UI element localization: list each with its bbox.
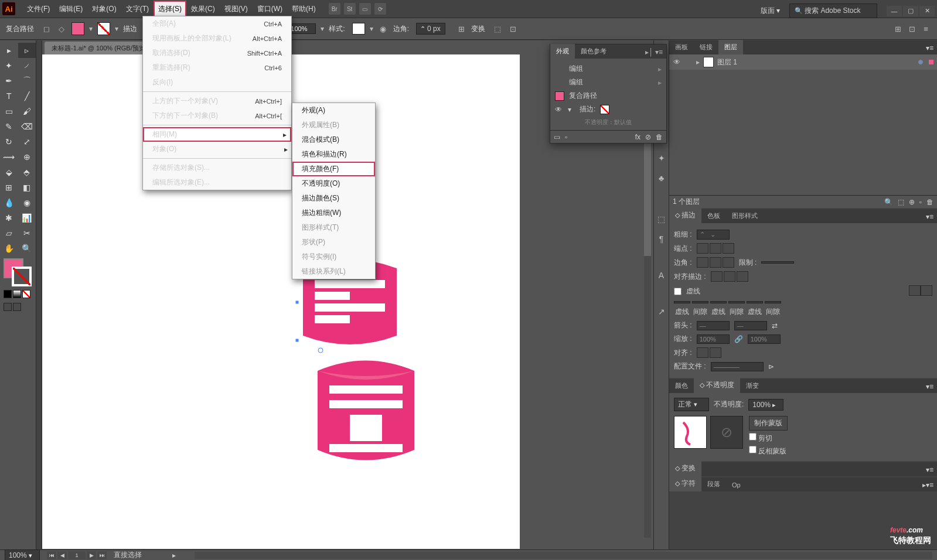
tab-swatches[interactable]: 色板 xyxy=(701,209,726,223)
scale-tool[interactable]: ⤢ xyxy=(18,134,36,149)
menu-object[interactable]: 对象(O) xyxy=(87,1,121,18)
symbol-sprayer-tool[interactable]: ✱ xyxy=(0,210,18,226)
menu-select-all-artboard[interactable]: 现用画板上的全部对象(L)Alt+Ctrl+A xyxy=(143,31,291,46)
pen-tool[interactable]: ✒ xyxy=(0,73,18,88)
layer-target-icon[interactable] xyxy=(918,60,923,64)
line-tool[interactable]: ╱ xyxy=(18,88,36,104)
minimize-button[interactable]: — xyxy=(887,6,902,16)
width-tool[interactable]: ⟿ xyxy=(0,149,18,165)
join-round-icon[interactable] xyxy=(710,257,721,268)
tab-artboards[interactable]: 画板 xyxy=(669,40,694,54)
gradient-mode-icon[interactable] xyxy=(13,290,21,298)
arrow-align2-icon[interactable] xyxy=(710,347,721,358)
gap3-input[interactable] xyxy=(765,301,781,303)
menu-select[interactable]: 选择(S) xyxy=(154,1,186,18)
gap2-input[interactable] xyxy=(728,301,745,303)
menu-file[interactable]: 文件(F) xyxy=(22,1,54,18)
join-bevel-icon[interactable] xyxy=(723,257,734,268)
dash3-input[interactable] xyxy=(747,301,763,303)
layer-name[interactable]: 图层 1 xyxy=(717,57,737,67)
perspective-tool[interactable]: ⬘ xyxy=(18,165,36,180)
slice-tool[interactable]: ✂ xyxy=(18,226,36,241)
tab-transform[interactable]: ◇ 变换 xyxy=(669,460,701,476)
first-artboard-button[interactable]: ⏮ xyxy=(47,551,56,559)
menu-next-above[interactable]: 上方的下一个对象(V)Alt+Ctrl+] xyxy=(143,94,291,108)
join-miter-icon[interactable] xyxy=(697,257,708,268)
menu-type[interactable]: 文字(T) xyxy=(121,1,154,18)
dash1-input[interactable] xyxy=(674,301,690,303)
cap-butt-icon[interactable] xyxy=(697,243,708,254)
selection-tool[interactable]: ▸ xyxy=(0,43,18,58)
cap-round-icon[interactable] xyxy=(710,243,721,254)
stroke-none-icon[interactable] xyxy=(600,105,609,114)
anchor-remove-icon[interactable]: ◇ xyxy=(56,23,67,34)
tab-stroke[interactable]: ◇ 描边 xyxy=(669,207,701,223)
fill-swatch[interactable] xyxy=(71,22,84,35)
fill-stroke-indicator[interactable] xyxy=(0,256,36,289)
cap-square-icon[interactable] xyxy=(723,243,734,254)
menu-edit[interactable]: 编辑(E) xyxy=(54,1,87,18)
gradient-panel-icon[interactable]: ♣ xyxy=(656,173,667,183)
gpu-icon[interactable]: ⟳ xyxy=(374,3,386,15)
swap-arrows-icon[interactable]: ⇄ xyxy=(772,322,778,330)
make-clip-icon[interactable]: ⬚ xyxy=(898,198,904,206)
mesh-tool[interactable]: ⊞ xyxy=(0,180,18,195)
tab-opentype[interactable]: Op xyxy=(726,479,747,491)
align-icon[interactable]: ⊞ xyxy=(456,23,466,34)
character-panel-icon[interactable]: A xyxy=(656,270,667,281)
visibility-icon[interactable]: 👁 xyxy=(673,58,681,66)
menu-object-sub[interactable]: 对象(O)▸ xyxy=(143,142,291,156)
object-thumb[interactable] xyxy=(674,416,707,449)
arrow-start-select[interactable]: — xyxy=(697,321,730,330)
locate-icon[interactable]: 🔍 xyxy=(884,198,893,206)
delete-layer-icon[interactable]: 🗑 xyxy=(926,198,933,206)
transform-label[interactable]: 变换 xyxy=(471,24,485,34)
dash-align-icon[interactable] xyxy=(909,285,921,296)
close-button[interactable]: ✕ xyxy=(919,6,935,16)
gradient-tool[interactable]: ◧ xyxy=(18,180,36,195)
menu-reselect[interactable]: 重新选择(R)Ctrl+6 xyxy=(143,60,291,75)
menu-save-selection[interactable]: 存储所选对象(S)... xyxy=(143,161,291,175)
transparency-panel-icon[interactable]: ⬚ xyxy=(656,214,667,224)
direct-selection-tool[interactable]: ▹ xyxy=(18,43,36,58)
last-artboard-button[interactable]: ⏭ xyxy=(97,551,107,559)
recolor-icon[interactable]: ◉ xyxy=(378,23,389,34)
dash-preserve-icon[interactable] xyxy=(921,285,932,296)
zoom-tool[interactable]: 🔍 xyxy=(18,241,36,256)
gap1-input[interactable] xyxy=(692,301,708,303)
fill-swatch-icon[interactable] xyxy=(555,91,564,101)
appearance-new-icon[interactable]: ▭ xyxy=(554,133,560,141)
stock-search[interactable]: 🔍 搜索 Adobe Stock xyxy=(789,4,877,18)
same-opacity[interactable]: 不透明度(O) xyxy=(292,176,375,191)
shaper-tool[interactable]: ✎ xyxy=(0,119,18,134)
export-panel-icon[interactable]: ↗ xyxy=(656,306,667,317)
arrange-icon[interactable]: ▭ xyxy=(359,3,371,15)
toolbox-collapse[interactable] xyxy=(36,40,42,549)
tab-gradient[interactable]: 渐变 xyxy=(740,378,765,393)
blend-mode-select[interactable]: 正常 ▾ xyxy=(674,398,709,411)
snap-icon[interactable]: ⊡ xyxy=(907,23,917,34)
miter-limit-input[interactable] xyxy=(761,261,794,264)
none-mode-icon[interactable] xyxy=(22,290,30,298)
new-sublayer-icon[interactable]: ⊕ xyxy=(909,198,915,206)
menu-view[interactable]: 视图(V) xyxy=(220,1,253,18)
make-mask-button[interactable]: 制作蒙版 xyxy=(749,416,788,431)
appearance-fx-icon[interactable]: fx xyxy=(635,133,640,141)
tab-color[interactable]: 颜色 xyxy=(669,378,694,393)
stroke-weight-input[interactable]: ⌃ ⌄ xyxy=(697,230,730,240)
dashed-checkbox[interactable] xyxy=(674,288,682,295)
transform-menu-icon[interactable]: ▾≡ xyxy=(922,463,937,476)
appearance-clear-icon[interactable]: ▫ xyxy=(565,133,567,141)
invert-checkbox[interactable]: 反相蒙版 xyxy=(749,446,788,456)
menu-effect[interactable]: 效果(C) xyxy=(186,1,220,18)
free-transform-tool[interactable]: ⊕ xyxy=(18,149,36,165)
next-artboard-button[interactable]: ▶ xyxy=(87,551,96,559)
flip-profile-icon[interactable]: ⊳ xyxy=(768,363,774,371)
curvature-tool[interactable]: ⌒ xyxy=(18,73,36,88)
tab-graphic-styles[interactable]: 图形样式 xyxy=(726,209,764,223)
artboard-number[interactable]: 1 xyxy=(68,551,86,559)
same-blend-mode[interactable]: 混合模式(B) xyxy=(292,132,375,147)
tab-paragraph[interactable]: 段落 xyxy=(701,477,726,491)
align-inside-icon[interactable] xyxy=(724,271,735,282)
shape-mode-icon[interactable]: ⬚ xyxy=(492,23,503,34)
